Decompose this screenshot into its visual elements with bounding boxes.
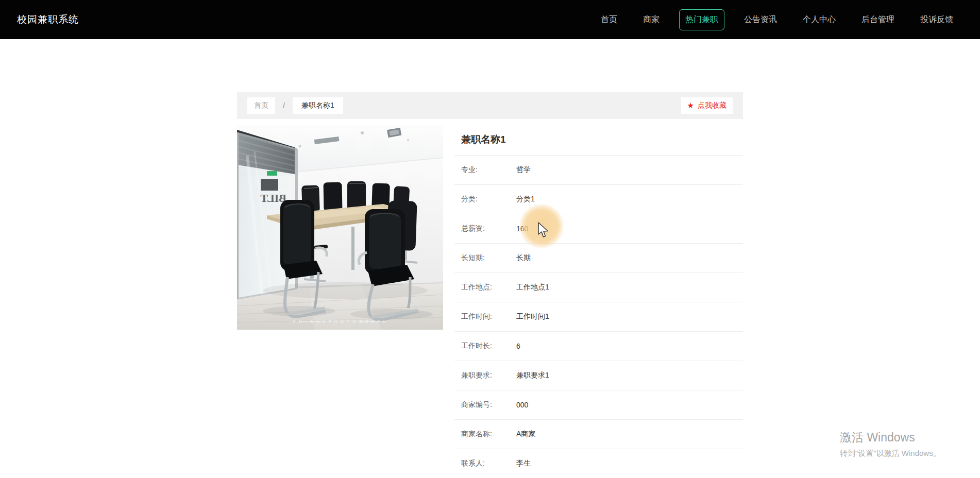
field-value: 李生 bbox=[516, 459, 531, 468]
star-icon: ★ bbox=[687, 101, 694, 110]
breadcrumb: 首页 / 兼职名称1 ★ 点我收藏 bbox=[237, 92, 743, 119]
job-photo: BILT bbox=[237, 125, 443, 330]
nav-menu: 首页 商家 热门兼职 公告资讯 个人中心 后台管理 投诉反馈 bbox=[595, 9, 959, 30]
field-value: A商家 bbox=[516, 430, 535, 439]
favorite-button[interactable]: ★ 点我收藏 bbox=[681, 97, 733, 114]
photo-watermark-text: S H I W A N P H O T O G R A P H bbox=[293, 320, 387, 323]
field-label: 专业: bbox=[461, 165, 516, 175]
main-container: 首页 / 兼职名称1 ★ 点我收藏 bbox=[237, 92, 743, 478]
field-row-location: 工作地点: 工作地点1 bbox=[454, 273, 743, 302]
nav-item-feedback[interactable]: 投诉反馈 bbox=[914, 9, 959, 30]
field-row-merchant-id: 商家编号: 000 bbox=[454, 390, 743, 420]
field-row-term: 长短期: 长期 bbox=[454, 244, 743, 273]
field-value: 6 bbox=[516, 342, 520, 350]
field-row-salary: 总薪资: 160 bbox=[454, 214, 743, 244]
field-value: 000 bbox=[516, 401, 528, 409]
field-row-contact: 联系人: 李生 bbox=[454, 449, 743, 478]
breadcrumb-current: 兼职名称1 bbox=[293, 97, 343, 114]
field-label: 工作时间: bbox=[461, 312, 516, 321]
nav-item-personal-center[interactable]: 个人中心 bbox=[797, 9, 842, 30]
field-row-worktime: 工作时间: 工作时间1 bbox=[454, 302, 743, 332]
field-label: 总薪资: bbox=[461, 224, 516, 233]
nav-item-announcements[interactable]: 公告资讯 bbox=[738, 9, 783, 30]
field-value: 160 bbox=[516, 225, 528, 233]
field-row-major: 专业: 哲学 bbox=[454, 156, 743, 185]
breadcrumb-home[interactable]: 首页 bbox=[247, 97, 275, 114]
windows-watermark-line1: 激活 Windows bbox=[840, 430, 941, 446]
job-title: 兼职名称1 bbox=[454, 125, 743, 156]
nav-item-merchants[interactable]: 商家 bbox=[637, 9, 666, 30]
windows-activation-watermark: 激活 Windows 转到"设置"以激活 Windows。 bbox=[840, 430, 941, 458]
job-detail-section: BILT bbox=[237, 125, 743, 478]
nav-item-admin[interactable]: 后台管理 bbox=[855, 9, 901, 30]
field-label: 工作地点: bbox=[461, 283, 516, 292]
windows-watermark-line2: 转到"设置"以激活 Windows。 bbox=[840, 449, 941, 458]
job-details-panel: 兼职名称1 专业: 哲学 分类: 分类1 总薪资: 160 长短期: 长期 工作… bbox=[454, 125, 743, 478]
field-label: 长短期: bbox=[461, 253, 516, 263]
field-row-category: 分类: 分类1 bbox=[454, 185, 743, 214]
field-value: 工作时间1 bbox=[516, 312, 549, 321]
breadcrumb-separator: / bbox=[283, 101, 285, 110]
nav-item-home[interactable]: 首页 bbox=[595, 9, 623, 30]
field-label: 分类: bbox=[461, 195, 516, 204]
field-row-requirements: 兼职要求: 兼职要求1 bbox=[454, 361, 743, 390]
field-value: 分类1 bbox=[516, 195, 535, 204]
field-label: 兼职要求: bbox=[461, 371, 516, 380]
field-row-duration: 工作时长: 6 bbox=[454, 332, 743, 361]
brand-title[interactable]: 校园兼职系统 bbox=[17, 13, 79, 26]
field-label: 商家名称: bbox=[461, 430, 516, 439]
field-value: 长期 bbox=[516, 253, 531, 263]
field-label: 商家编号: bbox=[461, 400, 516, 409]
field-label: 联系人: bbox=[461, 459, 516, 468]
field-value: 兼职要求1 bbox=[516, 371, 549, 380]
field-label: 工作时长: bbox=[461, 342, 516, 351]
field-value: 工作地点1 bbox=[516, 283, 549, 292]
top-navbar: 校园兼职系统 首页 商家 热门兼职 公告资讯 个人中心 后台管理 投诉反馈 bbox=[0, 0, 980, 39]
field-value: 哲学 bbox=[516, 165, 531, 175]
field-row-merchant-name: 商家名称: A商家 bbox=[454, 420, 743, 449]
nav-item-hot-jobs[interactable]: 热门兼职 bbox=[679, 9, 724, 30]
favorite-label: 点我收藏 bbox=[698, 101, 726, 110]
